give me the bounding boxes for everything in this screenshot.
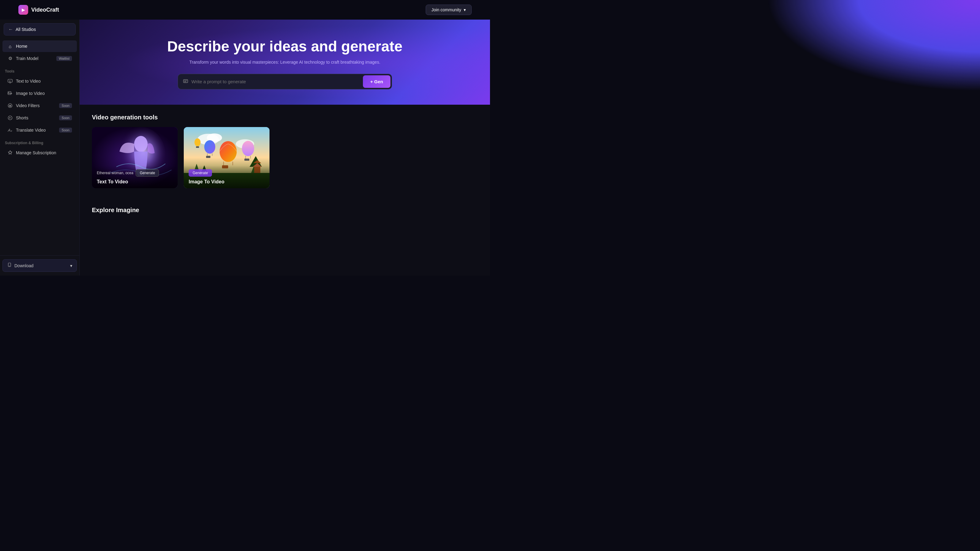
svg-point-21 (204, 140, 215, 154)
hero-subtitle: Transform your words into visual masterp… (98, 60, 472, 65)
prompt-icon (183, 78, 188, 85)
video-filters-icon (7, 103, 13, 108)
prompt-bar: + Gen (178, 74, 392, 89)
ttv-prompt-text: Ethereal woman, ocea (97, 171, 133, 175)
itv-card-overlay: Generate Image To Video (184, 166, 269, 188)
tools-section-title: Video generation tools (92, 114, 478, 121)
sidebar-item-text-to-video[interactable]: Text to Video (2, 75, 77, 87)
sidebar-item-home[interactable]: ⌂ Home (2, 40, 77, 52)
sidebar: ← All Studios ⌂ Home ⚙ Train Model Waitl… (0, 20, 80, 275)
ttv-card-title: Text To Video (97, 179, 173, 184)
video-filters-badge: Soon (59, 103, 72, 108)
subscription-icon (7, 150, 13, 156)
sidebar-bottom: Download ▾ (0, 255, 79, 272)
shorts-icon (7, 115, 13, 121)
ttv-generate-button[interactable]: Generate (136, 169, 159, 176)
sidebar-item-manage-subscription[interactable]: Manage Subscription (2, 147, 77, 159)
hero-banner: Describe your ideas and generate Transfo… (80, 20, 490, 105)
tool-cards: Ethereal woman, ocea Generate Text To Vi… (92, 127, 478, 188)
sidebar-item-video-filters[interactable]: Video Filters Soon (2, 100, 77, 111)
svg-point-6 (9, 266, 10, 266)
shorts-badge: Soon (59, 115, 72, 120)
tools-section: Video generation tools (80, 105, 490, 197)
sidebar-item-shorts[interactable]: Shorts Soon (2, 112, 77, 124)
gear-icon: ⚙ (7, 56, 13, 61)
svg-rect-7 (183, 79, 188, 83)
svg-rect-30 (196, 146, 199, 148)
sidebar-item-image-to-video[interactable]: Image to Video (2, 87, 77, 99)
download-button[interactable]: Download ▾ (2, 259, 77, 272)
download-icon (7, 263, 12, 268)
download-chevron-icon: ▾ (70, 263, 72, 268)
image-to-video-card[interactable]: Generate Image To Video (184, 127, 269, 188)
svg-point-25 (242, 141, 254, 156)
svg-point-29 (194, 138, 200, 146)
billing-section-label: Subscription & Billing (0, 137, 79, 147)
join-community-button[interactable]: Join community ▾ (426, 5, 472, 15)
prompt-input[interactable] (191, 79, 363, 84)
svg-rect-28 (244, 159, 249, 161)
all-studios-button[interactable]: ← All Studios (4, 23, 76, 35)
home-icon: ⌂ (7, 43, 13, 49)
text-to-video-card[interactable]: Ethereal woman, ocea Generate Text To Vi… (92, 127, 178, 188)
tools-section-label: Tools (0, 65, 79, 75)
svg-point-17 (220, 141, 237, 162)
logo-area: ▶ VideoCraft (18, 5, 59, 15)
navbar: ▶ VideoCraft Join community ▾ (0, 0, 490, 20)
app-name: VideoCraft (31, 7, 59, 13)
sidebar-item-translate-video[interactable]: Aₓ Translate Video Soon (2, 124, 77, 136)
svg-rect-24 (206, 156, 210, 158)
translate-icon: Aₓ (7, 127, 13, 133)
itv-generate-button[interactable]: Generate (189, 169, 212, 176)
itv-card-title: Image To Video (189, 179, 265, 184)
hero-title: Describe your ideas and generate (98, 38, 472, 55)
sidebar-item-train-model[interactable]: ⚙ Train Model Waitlist (2, 52, 77, 64)
main-content: Describe your ideas and generate Transfo… (80, 20, 490, 275)
translate-badge: Soon (59, 128, 72, 133)
back-arrow-icon: ← (8, 27, 13, 32)
explore-section: Explore Imagine (80, 197, 490, 229)
main-layout: ← All Studios ⌂ Home ⚙ Train Model Waitl… (0, 20, 490, 275)
svg-point-10 (134, 136, 148, 152)
text-to-video-icon (7, 78, 13, 84)
logo-icon: ▶ (18, 5, 28, 15)
waitlist-badge: Waitlist (56, 56, 72, 61)
image-to-video-icon (7, 91, 13, 96)
generate-button[interactable]: + Gen (363, 75, 390, 88)
explore-title: Explore Imagine (92, 206, 478, 214)
ttv-card-overlay: Ethereal woman, ocea Generate Text To Vi… (92, 166, 178, 188)
